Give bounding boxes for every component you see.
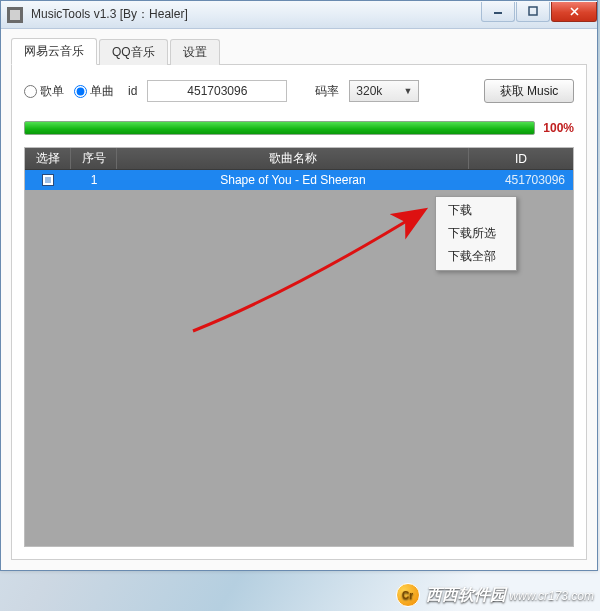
radio-playlist[interactable]: 歌单 xyxy=(24,83,64,100)
tab-panel: 歌单 单曲 id 码率 320k ▼ 获取 Music 100% xyxy=(11,65,587,560)
menu-item-download-all[interactable]: 下载全部 xyxy=(438,245,514,268)
id-input[interactable] xyxy=(147,80,287,102)
search-row: 歌单 单曲 id 码率 320k ▼ 获取 Music xyxy=(24,79,574,103)
watermark: Cr 西西软件园 www.cr173.com xyxy=(396,583,594,607)
radio-playlist-label: 歌单 xyxy=(40,83,64,100)
bitrate-selected: 320k xyxy=(356,84,382,98)
rate-label: 码率 xyxy=(315,83,339,100)
titlebar[interactable]: MusicTools v1.3 [By：Healer] xyxy=(1,1,597,29)
radio-playlist-input[interactable] xyxy=(24,85,37,98)
app-icon xyxy=(7,7,23,23)
minimize-button[interactable] xyxy=(481,2,515,22)
column-index[interactable]: 序号 xyxy=(71,148,117,169)
tab-bar: 网易云音乐 QQ音乐 设置 xyxy=(11,37,587,65)
progress-area: 100% xyxy=(24,121,574,135)
tab-qqmusic[interactable]: QQ音乐 xyxy=(99,39,168,65)
row-index: 1 xyxy=(71,173,117,187)
context-menu: 下载 下载所选 下载全部 xyxy=(435,196,517,271)
radio-single-label: 单曲 xyxy=(90,83,114,100)
close-button[interactable] xyxy=(551,2,597,22)
chevron-down-icon: ▼ xyxy=(403,86,412,96)
client-area: 网易云音乐 QQ音乐 设置 歌单 单曲 id 码率 320k ▼ xyxy=(1,29,597,570)
menu-item-download[interactable]: 下载 xyxy=(438,199,514,222)
column-name[interactable]: 歌曲名称 xyxy=(117,148,469,169)
window-controls xyxy=(480,2,597,22)
radio-single[interactable]: 单曲 xyxy=(74,83,114,100)
bitrate-select[interactable]: 320k ▼ xyxy=(349,80,419,102)
id-label: id xyxy=(128,84,137,98)
watermark-url: www.cr173.com xyxy=(509,589,594,603)
column-id[interactable]: ID xyxy=(469,148,573,169)
tab-settings[interactable]: 设置 xyxy=(170,39,220,65)
table-row[interactable]: 1 Shape of You - Ed Sheeran 451703096 xyxy=(25,170,573,190)
svg-rect-1 xyxy=(529,7,537,15)
row-song-id: 451703096 xyxy=(469,173,573,187)
menu-item-download-sel[interactable]: 下载所选 xyxy=(438,222,514,245)
watermark-logo-icon: Cr xyxy=(396,583,420,607)
progress-percent: 100% xyxy=(543,121,574,135)
window-title: MusicTools v1.3 [By：Healer] xyxy=(29,6,480,23)
app-window: MusicTools v1.3 [By：Healer] 网易云音乐 QQ音乐 设… xyxy=(0,0,598,571)
grid-header: 选择 序号 歌曲名称 ID xyxy=(25,148,573,170)
column-select[interactable]: 选择 xyxy=(25,148,71,169)
svg-rect-0 xyxy=(494,12,502,14)
fetch-music-button[interactable]: 获取 Music xyxy=(484,79,574,103)
row-checkbox[interactable] xyxy=(42,174,54,186)
tab-netease[interactable]: 网易云音乐 xyxy=(11,38,97,65)
row-song-name: Shape of You - Ed Sheeran xyxy=(117,173,469,187)
row-select-cell[interactable] xyxy=(25,174,71,186)
progress-bar xyxy=(24,121,535,135)
watermark-brand: 西西软件园 xyxy=(426,586,506,603)
radio-single-input[interactable] xyxy=(74,85,87,98)
maximize-button[interactable] xyxy=(516,2,550,22)
